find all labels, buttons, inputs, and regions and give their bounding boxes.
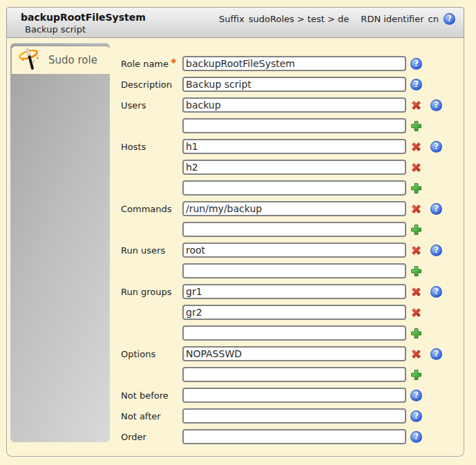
delete-icon[interactable] bbox=[410, 348, 422, 360]
tab-sudo-role[interactable]: Sudo role bbox=[11, 46, 110, 74]
add-icon[interactable] bbox=[410, 182, 422, 194]
field-label: Description bbox=[121, 79, 182, 90]
field-label: Hosts bbox=[121, 142, 182, 152]
form-row bbox=[121, 222, 462, 237]
help-icon[interactable]: ? bbox=[430, 141, 442, 153]
form-row: Run groups ? bbox=[121, 284, 462, 299]
form-row: Description ? bbox=[121, 77, 462, 92]
help-icon[interactable]: ? bbox=[410, 410, 422, 422]
field-label: Role name✱ bbox=[121, 57, 182, 69]
form-row bbox=[121, 263, 462, 278]
form-row: Users ? bbox=[121, 97, 462, 113]
form-row: Hosts ? bbox=[121, 139, 462, 154]
help-icon[interactable]: ? bbox=[410, 58, 422, 70]
role-name-input[interactable] bbox=[182, 56, 406, 71]
page-title: backupRootFileSystem bbox=[21, 11, 146, 23]
hosts-input-1[interactable] bbox=[182, 160, 406, 175]
commands-input-new[interactable] bbox=[182, 222, 406, 237]
form-row: Role name✱ ? bbox=[121, 56, 462, 71]
title-bar: backupRootFileSystem Backup script Suffi… bbox=[6, 7, 464, 38]
suffix-label: Suffix bbox=[219, 14, 245, 24]
add-icon[interactable] bbox=[410, 369, 422, 381]
options-input-new[interactable] bbox=[182, 367, 406, 382]
header-meta: Suffix sudoRoles > test > de RDN identif… bbox=[219, 12, 455, 26]
rdn-identifier-label: RDN identifier bbox=[361, 14, 423, 24]
help-icon[interactable]: ? bbox=[410, 79, 422, 91]
delete-icon[interactable] bbox=[410, 203, 422, 215]
rdn-identifier-value: cn bbox=[428, 14, 439, 24]
add-icon[interactable] bbox=[410, 224, 422, 236]
help-icon[interactable]: ? bbox=[430, 99, 442, 111]
delete-icon[interactable] bbox=[410, 245, 422, 256]
hosts-input-0[interactable] bbox=[182, 139, 406, 154]
not-after-input[interactable] bbox=[182, 408, 406, 424]
run-users-input-new[interactable] bbox=[182, 263, 406, 278]
form-row: Not before ? bbox=[121, 388, 462, 403]
field-label: Run groups bbox=[121, 287, 182, 297]
delete-icon[interactable] bbox=[410, 286, 422, 298]
field-label: Not after bbox=[121, 411, 182, 421]
help-icon[interactable]: ? bbox=[430, 203, 442, 215]
form-row: Options ? bbox=[121, 346, 462, 361]
help-icon[interactable]: ? bbox=[430, 286, 442, 298]
form-row: Not after ? bbox=[121, 408, 462, 424]
description-input[interactable] bbox=[182, 77, 406, 92]
field-label: Order bbox=[121, 432, 182, 442]
sudo-role-form: Role name✱ ? Description ? Users ? bbox=[121, 56, 462, 450]
help-icon[interactable]: ? bbox=[430, 348, 442, 360]
field-label: Commands bbox=[121, 204, 182, 214]
add-icon[interactable] bbox=[410, 120, 422, 132]
delete-icon[interactable] bbox=[410, 99, 422, 111]
options-input-0[interactable] bbox=[182, 346, 406, 361]
delete-icon[interactable] bbox=[410, 162, 422, 173]
field-label: Options bbox=[121, 349, 182, 359]
field-label: Run users bbox=[121, 245, 182, 256]
form-row: Run users ? bbox=[121, 243, 462, 258]
run-groups-input-0[interactable] bbox=[182, 284, 406, 299]
run-users-input-0[interactable] bbox=[182, 243, 406, 258]
commands-input-0[interactable] bbox=[182, 201, 406, 216]
field-label: Users bbox=[121, 100, 182, 111]
not-before-input[interactable] bbox=[182, 388, 406, 403]
tab-sidebar: Sudo role bbox=[10, 43, 110, 442]
add-icon[interactable] bbox=[410, 265, 422, 277]
delete-icon[interactable] bbox=[410, 307, 422, 319]
page-subtitle: Backup script bbox=[25, 23, 146, 35]
hosts-input-new[interactable] bbox=[182, 180, 406, 196]
users-input-new[interactable] bbox=[182, 118, 406, 133]
form-row: Commands ? bbox=[121, 201, 462, 216]
run-groups-input-1[interactable] bbox=[182, 305, 406, 320]
delete-icon[interactable] bbox=[410, 141, 422, 153]
form-row bbox=[121, 180, 462, 196]
form-row: Order ? bbox=[121, 429, 462, 444]
help-icon[interactable]: ? bbox=[410, 390, 422, 401]
form-row bbox=[121, 118, 462, 133]
help-icon[interactable]: ? bbox=[444, 13, 455, 25]
form-row bbox=[121, 325, 462, 341]
field-label: Not before bbox=[121, 390, 182, 401]
help-icon[interactable]: ? bbox=[430, 245, 442, 256]
users-input-0[interactable] bbox=[182, 97, 406, 113]
order-input[interactable] bbox=[182, 429, 406, 444]
help-icon[interactable]: ? bbox=[410, 431, 422, 443]
suffix-value: sudoRoles > test > de bbox=[249, 14, 350, 24]
content-panel: Sudo role Role name✱ ? Description ? Use… bbox=[6, 38, 464, 457]
tab-label: Sudo role bbox=[48, 54, 97, 66]
form-row bbox=[121, 367, 462, 382]
run-groups-input-new[interactable] bbox=[182, 325, 406, 341]
form-row bbox=[121, 160, 462, 175]
form-row bbox=[121, 305, 462, 320]
magic-wand-icon bbox=[17, 48, 42, 73]
sudo-role-window: backupRootFileSystem Backup script Suffi… bbox=[6, 7, 464, 457]
add-icon[interactable] bbox=[410, 328, 422, 339]
required-marker: ✱ bbox=[171, 57, 176, 65]
